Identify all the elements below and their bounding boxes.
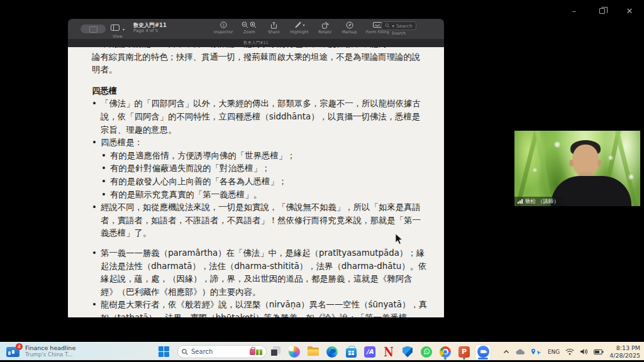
document-title-block: 敎史入門#11 Page 4 of 5: [133, 22, 167, 34]
paragraph-text: 第一義——勝義（paramârtha）在「佛法」中，是緣起（pratītyasa…: [101, 247, 428, 299]
document-page[interactable]: 《中觀論頌講記》一書中，曾這樣評論：龍樹學系的特色，在印度佛教中，龍樹 論有綜貫…: [68, 47, 444, 317]
view-menu-button[interactable]: ▾ View: [111, 21, 125, 39]
widget-subtitle: Trump's China T...: [25, 351, 75, 358]
highlight-button[interactable]: ▾ Highlight: [290, 21, 308, 35]
powerpoint-icon[interactable]: P: [458, 344, 470, 359]
paragraph-text: 有的是啟發人心向上向善的「各各為人悉檀」；: [110, 175, 428, 189]
whatsapp-icon[interactable]: [420, 344, 433, 359]
onedrive-icon[interactable]: [515, 348, 525, 355]
search-icon: [182, 349, 188, 355]
start-button[interactable]: [158, 346, 170, 358]
paragraph-text: 經說不同，如從應機說法來說，一切是如實說，「佛說無不如義」，所以「如來是真語者，…: [101, 201, 428, 240]
doc-paragraphs: •「佛法」的「四部阿含」以外，大乘經的傳出，部類眾多，宗趣不一，所以龍樹依據古說…: [92, 97, 428, 317]
search-placeholder: Search: [396, 23, 413, 29]
intro-paragraph: 論有綜貫南北的特色；抉擇、貫通一切，撥荊棘而啟大乘的坦途，不是為理論而理論的說明…: [92, 51, 428, 77]
doc-bullet-paragraph: •有的是針對偏蔽過失而說的「對治悉檀」；: [92, 162, 428, 175]
view-label: View: [113, 34, 122, 39]
document-tab[interactable]: 敎史入門#11: [243, 40, 269, 46]
bullet-marker: •: [101, 175, 110, 189]
signal-bars-icon: [518, 199, 523, 204]
zoom-buttons[interactable]: Zoom: [241, 21, 257, 35]
paragraph-text: 有的是適應俗情，方便誘導向佛的「世界悉檀」；: [110, 150, 428, 163]
shared-screen-preview-window: ▾ View 敎史入門#11 Page 4 of 5 i Inspector Z…: [68, 19, 444, 317]
bullet-marker: •: [101, 189, 110, 202]
bullet-marker: •: [92, 247, 101, 299]
zoom-meeting-stage: – ✕ ▾ View 敎史入門#11 Page 4 of 5 i Inspect…: [0, 0, 644, 362]
search-placeholder: Search: [191, 348, 247, 355]
doc-bullet-paragraph: •「佛法」的「四部阿含」以外，大乘經的傳出，部類眾多，宗趣不一，所以龍樹依據古說…: [92, 97, 428, 136]
close-icon[interactable]: ✕: [620, 4, 639, 18]
minimize-icon[interactable]: –: [565, 4, 584, 18]
participant-name: 致松 （講師）: [525, 198, 559, 206]
share-icon: [270, 21, 277, 29]
microsoft-store-icon[interactable]: [345, 344, 357, 359]
netflix-icon[interactable]: N: [382, 344, 395, 359]
location-pen-icon[interactable]: [531, 348, 542, 356]
clipped-top-line: 《中觀論頌講記》一書中，曾這樣評論：龍樹學系的特色，在印度佛教中，龍樹: [92, 47, 428, 51]
paragraph-text: 龍樹是大乘行者，依《般若經》說，以涅槃（nirvāṇa）異名——空性（śūnya…: [101, 299, 428, 317]
edge-icon[interactable]: [326, 344, 338, 359]
file-explorer-icon[interactable]: [307, 344, 319, 359]
taskbar-search-input[interactable]: Search: [177, 345, 267, 358]
search-label: Search: [392, 31, 406, 36]
paragraph-text: 「佛法」的「四部阿含」以外，大乘經的傳出，部類眾多，宗趣不一，所以龍樹依據古說，…: [101, 97, 428, 136]
inspector-button[interactable]: i Inspector: [214, 21, 233, 35]
toolbar-pill[interactable]: [80, 25, 106, 33]
widgets-button[interactable]: 4 Finance headline Trump's China T...: [6, 344, 75, 358]
window-controls: – ✕: [565, 4, 639, 18]
microsoft-365-icon[interactable]: /A: [364, 344, 376, 359]
notification-badge: 4: [16, 343, 23, 350]
zoom-app-icon[interactable]: [477, 344, 489, 359]
participant-name-tag: 致松 （講師）: [514, 197, 564, 206]
markup-icon: [346, 21, 353, 29]
search-input[interactable]: ▾ Search: [381, 21, 416, 30]
bullet-marker: •: [92, 201, 101, 240]
chevron-down-icon: ▾: [123, 27, 125, 31]
copilot-icon[interactable]: [288, 344, 301, 359]
chrome-icon[interactable]: [439, 344, 452, 359]
search-highlight-icon: [250, 349, 262, 355]
chevron-down-icon: ▾: [303, 23, 305, 27]
tray-date: 4/28/2025: [609, 352, 640, 359]
sidebar-icon: [111, 25, 119, 31]
bullet-marker: •: [101, 150, 110, 163]
paragraph-text: 有的是顯示究竟真實的「第一義悉檀」。: [110, 189, 428, 202]
document-title: 敎史入門#11: [133, 22, 167, 28]
zoom-in-icon: [250, 21, 257, 28]
tray-time: 8:13 PM: [609, 344, 640, 352]
wifi-icon[interactable]: [565, 348, 574, 355]
volume-icon[interactable]: [580, 348, 588, 355]
bullet-marker: •: [92, 299, 101, 317]
windows-taskbar: 4 Finance headline Trump's China T... Se…: [0, 342, 644, 360]
participant-face: [572, 145, 599, 176]
highlight-pen-icon: [294, 21, 302, 28]
markup-button[interactable]: Markup: [341, 21, 358, 35]
participant-video[interactable]: 致松 （講師）: [514, 131, 640, 206]
rotate-button[interactable]: Rotate: [317, 21, 333, 35]
rotate-icon: [321, 21, 329, 29]
windows-security-icon[interactable]: [401, 344, 414, 359]
search-icon: [385, 23, 390, 28]
news-widget-icon: 4: [6, 345, 21, 358]
battery-icon[interactable]: [594, 349, 604, 355]
paragraph-text: 有的是針對偏蔽過失而說的「對治悉檀」；: [110, 162, 428, 175]
chevron-down-icon: ▾: [392, 23, 394, 29]
hidden-icons-chevron-icon[interactable]: [503, 349, 509, 354]
share-button[interactable]: Share: [265, 21, 282, 35]
task-view-icon[interactable]: [269, 344, 282, 359]
zoom-out-icon: [242, 21, 248, 28]
section-heading: 四悉檀: [92, 85, 428, 98]
clock[interactable]: 8:13 PM 4/28/2025: [609, 344, 640, 359]
language-indicator[interactable]: ENG: [548, 349, 560, 355]
doc-bullet-paragraph: •有的是顯示究竟真實的「第一義悉檀」。: [92, 189, 428, 202]
page-indicator: Page 4 of 5: [133, 28, 167, 33]
preview-toolbar: ▾ View 敎史入門#11 Page 4 of 5 i Inspector Z…: [68, 19, 444, 39]
preview-tab-bar: 敎史入門#11: [68, 39, 444, 47]
doc-bullet-paragraph: •經說不同，如從應機說法來說，一切是如實說，「佛說無不如義」，所以「如來是真語者…: [92, 201, 428, 240]
doc-bullet-paragraph: •有的是適應俗情，方便誘導向佛的「世界悉檀」；: [92, 150, 428, 163]
bullet-marker: •: [101, 162, 110, 175]
widget-headline: Finance headline: [25, 344, 75, 351]
svg-text:i: i: [223, 23, 225, 28]
doc-bullet-paragraph: •第一義——勝義（paramârtha）在「佛法」中，是緣起（pratītyas…: [92, 247, 428, 299]
restore-icon[interactable]: [592, 4, 611, 18]
